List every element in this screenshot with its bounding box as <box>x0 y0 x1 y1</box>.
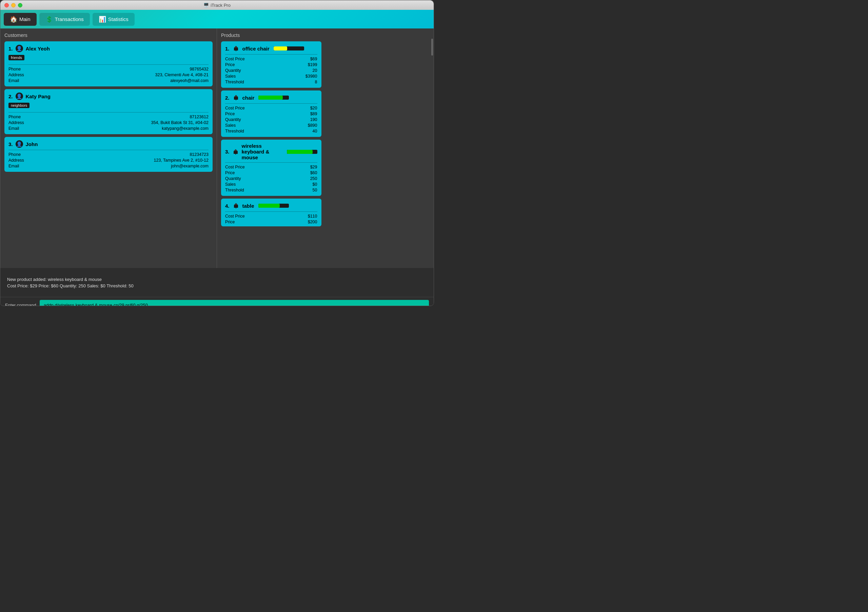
products-panel-title: Products <box>221 32 321 38</box>
nav-main-button[interactable]: 🏠 Main <box>4 13 37 26</box>
customer-avatar-2: 👤 <box>16 93 23 100</box>
customer-tag-2: neighbors <box>8 103 29 108</box>
customer-name-2: Katy Pang <box>26 94 51 99</box>
stock-bar-2 <box>258 96 289 100</box>
product-detail-qty-2: Quantity 190 <box>225 117 317 122</box>
product-detail-cost-3: Cost Price $29 <box>225 165 317 170</box>
stock-bar-1 <box>274 46 304 51</box>
product-card-3: 3. wireless keyboard & mouse <box>221 140 321 196</box>
command-label: Enter command <box>5 303 36 306</box>
customer-details-2: Phone 87123612 Address 354, Bukit Batok … <box>8 114 209 131</box>
product-index-3: 3. <box>225 149 229 155</box>
product-details-4: Cost Price $110 Price $200 <box>225 214 317 224</box>
detail-row-address-1: Address 323, Clementi Ave 4, #08-21 <box>8 73 209 77</box>
customer-divider-2 <box>8 112 209 113</box>
toolbar: 🏠 Main 💲 Transactions 📊 Statistics <box>0 10 434 28</box>
customer-divider-1 <box>8 64 209 65</box>
customer-divider-3 <box>8 150 209 150</box>
main-content: Customers 1. 👤 Alex Yeoh friends Phone 9… <box>0 28 434 268</box>
maximize-button[interactable] <box>18 3 22 8</box>
customer-name-3: John <box>26 141 38 147</box>
product-index-1: 1. <box>225 46 229 51</box>
window-title: 🖥️ iTrack Pro <box>203 3 231 8</box>
status-bar: New product added: wireless keyboard & m… <box>0 268 434 297</box>
svg-rect-5 <box>236 98 236 100</box>
product-details-2: Cost Price $20 Price $89 Quantity 190 Sa… <box>225 106 317 133</box>
product-header-4: 4. table <box>225 202 317 209</box>
svg-rect-8 <box>235 153 236 155</box>
product-name-2: chair <box>242 95 255 100</box>
customers-panel: Customers 1. 👤 Alex Yeoh friends Phone 9… <box>0 28 217 268</box>
svg-marker-4 <box>234 95 238 97</box>
product-detail-qty-1: Quantity 20 <box>225 68 317 73</box>
product-icon-1 <box>232 45 240 52</box>
title-bar: 🖥️ iTrack Pro <box>0 0 434 10</box>
product-name-3: wireless keyboard & mouse <box>242 143 283 160</box>
svg-rect-2 <box>236 49 236 51</box>
svg-marker-7 <box>234 149 238 151</box>
product-index-2: 2. <box>225 95 229 100</box>
customer-index-1: 1. <box>8 46 13 51</box>
detail-row-email-1: Email alexyeoh@mail.com <box>8 78 209 83</box>
product-detail-price-3: Price $60 <box>225 170 317 175</box>
customer-header-1: 1. 👤 Alex Yeoh <box>8 45 209 52</box>
product-detail-sales-3: Sales $0 <box>225 182 317 187</box>
customer-tag-1: friends <box>8 55 25 60</box>
product-detail-threshold-2: Threshold 40 <box>225 129 317 133</box>
product-detail-threshold-3: Threshold 50 <box>225 188 317 193</box>
detail-row-phone-1: Phone 98765432 <box>8 67 209 71</box>
products-panel-wrapper: Products 1. office chair <box>217 28 434 268</box>
customer-avatar-1: 👤 <box>16 45 23 52</box>
detail-row-address-3: Address 123, Tampines Ave 2, #10-12 <box>8 158 209 163</box>
customer-name-1: Alex Yeoh <box>26 46 50 51</box>
minimize-button[interactable] <box>11 3 16 8</box>
customer-index-3: 3. <box>8 141 13 147</box>
product-card-2: 2. chair <box>221 91 321 137</box>
product-detail-price-4: Price $200 <box>225 219 317 224</box>
command-input[interactable] <box>40 300 429 306</box>
detail-row-address-2: Address 354, Bukit Batok St 31, #04-02 <box>8 120 209 125</box>
product-icon-3 <box>232 148 239 156</box>
product-detail-cost-4: Cost Price $110 <box>225 214 317 219</box>
customer-card-1: 1. 👤 Alex Yeoh friends Phone 98765432 Ad… <box>5 41 212 87</box>
product-detail-qty-3: Quantity 250 <box>225 176 317 181</box>
detail-row-email-2: Email katypang@example.com <box>8 126 209 131</box>
close-button[interactable] <box>5 3 9 8</box>
statistics-icon: 📊 <box>99 15 106 23</box>
customer-index-2: 2. <box>8 94 13 99</box>
customer-details-3: Phone 81234723 Address 123, Tampines Ave… <box>8 152 209 168</box>
traffic-lights <box>5 3 22 8</box>
product-detail-sales-2: Sales $890 <box>225 123 317 128</box>
product-name-1: office chair <box>242 46 270 51</box>
product-header-2: 2. chair <box>225 94 317 101</box>
product-divider-3 <box>225 162 317 163</box>
product-details-1: Cost Price $69 Price $199 Quantity 20 Sa… <box>225 57 317 84</box>
product-detail-price-1: Price $199 <box>225 62 317 67</box>
nav-transactions-button[interactable]: 💲 Transactions <box>39 13 90 26</box>
customer-avatar-3: 👤 <box>16 140 23 148</box>
detail-row-phone-3: Phone 81234723 <box>8 152 209 157</box>
detail-row-phone-2: Phone 87123612 <box>8 114 209 119</box>
stock-bar-3 <box>287 150 317 154</box>
product-detail-price-2: Price $89 <box>225 111 317 116</box>
customer-card-3: 3. 👤 John Phone 81234723 Address 123, Ta… <box>5 137 212 172</box>
scrollbar-thumb[interactable] <box>431 39 433 56</box>
customers-panel-title: Customers <box>5 32 212 38</box>
detail-row-email-3: Email john@example.com <box>8 164 209 168</box>
product-divider-4 <box>225 212 317 212</box>
nav-statistics-button[interactable]: 📊 Statistics <box>93 13 135 26</box>
product-detail-cost-2: Cost Price $20 <box>225 106 317 110</box>
product-header-3: 3. wireless keyboard & mouse <box>225 143 317 160</box>
product-icon-4 <box>232 202 240 209</box>
status-line-1: New product added: wireless keyboard & m… <box>7 277 427 282</box>
svg-marker-10 <box>234 203 238 205</box>
product-detail-cost-1: Cost Price $69 <box>225 57 317 61</box>
customer-header-3: 3. 👤 John <box>8 140 209 148</box>
title-icon: 🖥️ <box>203 3 209 8</box>
product-detail-threshold-1: Threshold 8 <box>225 80 317 84</box>
customer-header-2: 2. 👤 Katy Pang <box>8 93 209 100</box>
svg-marker-1 <box>234 46 238 48</box>
product-detail-sales-1: Sales $3980 <box>225 74 317 79</box>
svg-rect-11 <box>236 206 236 209</box>
status-line-2: Cost Price: $29 Price: $60 Quantity: 250… <box>7 283 427 288</box>
